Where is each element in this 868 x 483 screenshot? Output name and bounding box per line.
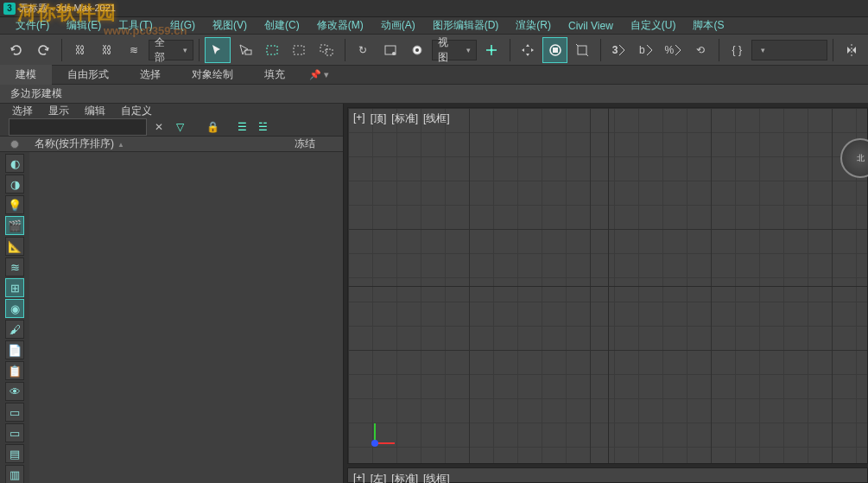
tab-populate[interactable]: 填充 <box>249 65 301 85</box>
viewport-label-view[interactable]: [顶] <box>371 111 387 126</box>
viewport-left[interactable]: [+] [左] [标准] [线框] <box>347 467 868 483</box>
scene-list[interactable] <box>29 152 343 483</box>
filter-hidden-icon[interactable]: 👁 <box>5 382 24 401</box>
viewport-menu-plus[interactable]: [+] <box>353 472 365 483</box>
scale-button[interactable] <box>569 37 594 63</box>
undo-button[interactable] <box>3 37 29 63</box>
filter-button[interactable]: ▽ <box>171 118 188 136</box>
menu-file[interactable]: 文件(F) <box>7 16 58 35</box>
separator-icon <box>345 39 345 61</box>
tab-freeform[interactable]: 自由形式 <box>52 65 124 85</box>
link-button[interactable]: ⛓ <box>67 37 92 63</box>
close-icon: ✕ <box>155 121 163 133</box>
curly-icon: { } <box>732 44 742 56</box>
menu-script[interactable]: 脚本(S <box>684 16 732 35</box>
toggle-2-icon[interactable]: ▭ <box>5 423 24 442</box>
tab-object-paint[interactable]: 对象绘制 <box>176 65 249 85</box>
redo-button[interactable] <box>30 37 55 63</box>
menu-group[interactable]: 组(G) <box>162 16 204 35</box>
app-icon: 3 <box>3 3 16 15</box>
refresh-button[interactable]: ↻ <box>351 37 376 63</box>
spinner-icon: ⟲ <box>696 44 705 56</box>
viewport-menu-plus[interactable]: [+] <box>353 111 365 126</box>
separator-icon <box>199 39 200 61</box>
svg-rect-1 <box>267 46 277 54</box>
viewport-label-shade[interactable]: [标准] <box>391 472 418 483</box>
rotate-button[interactable] <box>542 37 567 63</box>
unlink-button[interactable]: ⛓ <box>94 37 119 63</box>
window-title: 无标题 - 3ds Max 2021 <box>19 2 116 15</box>
column-freeze[interactable]: 冻结 <box>295 137 343 151</box>
menu-customize[interactable]: 自定义(U) <box>622 16 685 35</box>
menu-modifiers[interactable]: 修改器(M) <box>308 16 372 35</box>
refcoord-select[interactable]: 视图 <box>432 40 477 60</box>
filter-bone-icon[interactable]: 🖌 <box>5 320 24 339</box>
filter-light-icon[interactable]: 💡 <box>5 195 24 214</box>
mirror-button[interactable] <box>839 37 864 63</box>
viewport-label-mode[interactable]: [线框] <box>423 472 450 483</box>
menu-animation[interactable]: 动画(A) <box>372 16 424 35</box>
snap3-icon: 3 <box>612 44 618 56</box>
view-mode1-button[interactable]: ☰ <box>233 118 250 136</box>
select-crossing-button[interactable] <box>314 37 339 63</box>
named-set-button[interactable]: { } <box>725 37 750 63</box>
viewports: [+] [顶] [标准] [线框] [+] [左] [标准] [线框] 北 <box>344 104 868 483</box>
select-rect-button[interactable] <box>259 37 284 63</box>
viewport-top[interactable]: [+] [顶] [标准] [线框] <box>347 107 868 464</box>
region-button[interactable] <box>377 37 402 63</box>
toggle-3-icon[interactable]: ▤ <box>5 444 24 463</box>
ribbon-pin-button[interactable]: 📌 ▾ <box>309 69 329 80</box>
bind-button[interactable]: ≋ <box>122 37 147 63</box>
snap-3-button[interactable]: 3 <box>606 37 631 63</box>
select-object-button[interactable] <box>205 37 230 63</box>
tab-selection[interactable]: 选择 <box>124 65 176 85</box>
svg-rect-2 <box>294 46 304 54</box>
filter-select[interactable]: 全部 <box>149 40 193 60</box>
move-button[interactable] <box>516 37 541 63</box>
refresh-icon: ↻ <box>358 44 367 56</box>
angle-snap-button[interactable]: b <box>633 37 658 63</box>
toggle-1-icon[interactable]: ▭ <box>5 403 24 422</box>
scene-menu-display[interactable]: 显示 <box>48 104 69 118</box>
column-name[interactable]: 名称(按升序排序)▲ <box>29 137 295 151</box>
menu-bar: 文件(F) 编辑(E) 工具(T) 组(G) 视图(V) 创建(C) 修改器(M… <box>0 17 868 35</box>
lock-button[interactable]: 🔒 <box>204 118 221 136</box>
orbit-button[interactable] <box>404 37 429 63</box>
scene-explorer: 选择 显示 编辑 自定义 ✕ ▽ 🔒 ☰ ☱ 名称(按升序排序)▲ 冻结 ◐ ◑… <box>0 104 344 483</box>
filter-xref-icon[interactable]: ◉ <box>5 299 24 318</box>
filter-group-icon[interactable]: ⊞ <box>5 278 24 297</box>
clear-search-button[interactable]: ✕ <box>150 118 168 136</box>
viewport-label-shade[interactable]: [标准] <box>391 111 418 126</box>
menu-create[interactable]: 创建(C) <box>256 16 308 35</box>
menu-render[interactable]: 渲染(R) <box>507 16 560 35</box>
sort-asc-icon: ▲ <box>117 141 124 149</box>
tab-modeling[interactable]: 建模 <box>0 65 52 85</box>
pivot-button[interactable] <box>478 37 504 63</box>
filter-shape-icon[interactable]: ◑ <box>5 175 24 194</box>
menu-civil-view[interactable]: Civil View <box>560 18 622 34</box>
search-input[interactable] <box>9 118 147 136</box>
menu-graph-editors[interactable]: 图形编辑器(D) <box>424 16 508 35</box>
scene-menu-select[interactable]: 选择 <box>12 104 33 118</box>
scene-menu-edit[interactable]: 编辑 <box>85 104 105 118</box>
spinner-snap-button[interactable]: ⟲ <box>687 37 713 63</box>
filter-frozen-icon[interactable]: 📋 <box>5 361 24 380</box>
viewport-label-view[interactable]: [左] <box>371 472 387 483</box>
filter-spacewarp-icon[interactable]: ≋ <box>5 257 24 276</box>
viewport-label-mode[interactable]: [线框] <box>423 111 450 126</box>
menu-view[interactable]: 视图(V) <box>204 16 256 35</box>
scene-menu-customize[interactable]: 自定义 <box>121 104 152 118</box>
filter-container-icon[interactable]: 📄 <box>5 340 24 359</box>
view-mode2-button[interactable]: ☱ <box>254 118 271 136</box>
menu-tools[interactable]: 工具(T) <box>110 16 161 35</box>
filter-camera-icon[interactable]: 🎬 <box>5 216 24 235</box>
select-name-button[interactable] <box>232 37 257 63</box>
filter-helper-icon[interactable]: 📐 <box>5 237 24 256</box>
toggle-4-icon[interactable]: ▥ <box>5 465 24 483</box>
select-window-button[interactable] <box>287 37 312 63</box>
filter-geometry-icon[interactable]: ◐ <box>5 154 24 173</box>
menu-edit[interactable]: 编辑(E) <box>58 16 110 35</box>
svg-rect-11 <box>553 48 558 53</box>
percent-snap-button[interactable]: % <box>661 37 686 63</box>
named-set-select[interactable] <box>751 40 827 60</box>
